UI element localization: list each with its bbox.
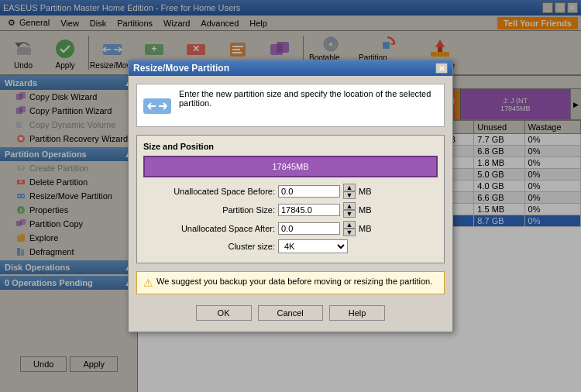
modal-titlebar: Resize/Move Partition ✕ <box>129 60 452 76</box>
partition-size-label: Partition Size: <box>143 205 275 215</box>
unit-mb-1: MB <box>359 187 372 196</box>
partition-size-up[interactable]: ▲ <box>343 202 356 210</box>
warning-icon: ⚠ <box>143 277 153 289</box>
unallocated-after-spinner: ▲ ▼ <box>343 221 356 236</box>
modal-description-text: Enter the new partition size and specify… <box>179 89 439 108</box>
unallocated-before-input[interactable] <box>278 185 340 198</box>
partition-size-down[interactable]: ▼ <box>343 210 356 218</box>
modal-cancel-button[interactable]: Cancel <box>258 305 323 321</box>
modal-overlay: Resize/Move Partition ✕ Enter the new pa… <box>0 0 581 392</box>
cluster-size-select[interactable]: 4K 8K 16K <box>278 239 348 253</box>
cluster-size-label: Cluster size: <box>143 242 275 251</box>
modal-icon <box>142 89 173 122</box>
cluster-size-row: Cluster size: 4K 8K 16K <box>143 239 438 253</box>
unallocated-before-row: Unallocated Space Before: ▲ ▼ MB <box>143 184 438 199</box>
modal-description-area: Enter the new partition size and specify… <box>136 84 445 127</box>
unallocated-after-row: Unallocated Space After: ▲ ▼ MB <box>143 221 438 236</box>
unit-mb-3: MB <box>359 224 372 233</box>
unallocated-after-label: Unallocated Space After: <box>143 224 275 233</box>
modal-partition-display[interactable]: 17845MB <box>143 156 438 177</box>
modal-ok-button[interactable]: OK <box>196 305 252 321</box>
unallocated-before-down[interactable]: ▼ <box>343 191 356 199</box>
modal-buttons: OK Cancel Help <box>136 302 445 324</box>
modal-body: Enter the new partition size and specify… <box>129 76 452 332</box>
modal-title: Resize/Move Partition <box>133 63 229 74</box>
partition-size-row: Partition Size: ▲ ▼ MB <box>143 202 438 218</box>
unallocated-after-up[interactable]: ▲ <box>343 221 356 229</box>
unallocated-before-spinner: ▲ ▼ <box>343 184 356 199</box>
group-title: Size and Position <box>143 142 438 151</box>
warning-text: We suggest you backup your data before m… <box>156 277 432 286</box>
modal-warning: ⚠ We suggest you backup your data before… <box>136 271 445 294</box>
unallocated-after-input[interactable] <box>278 222 340 235</box>
svg-rect-37 <box>143 98 171 114</box>
unallocated-before-up[interactable]: ▲ <box>343 184 356 191</box>
resize-move-dialog: Resize/Move Partition ✕ Enter the new pa… <box>128 60 453 332</box>
unallocated-before-label: Unallocated Space Before: <box>143 187 275 196</box>
modal-help-button[interactable]: Help <box>329 305 386 321</box>
size-position-group: Size and Position 17845MB Unallocated Sp… <box>136 135 445 263</box>
unallocated-after-down[interactable]: ▼ <box>343 229 356 236</box>
partition-size-spinner: ▲ ▼ <box>343 202 356 218</box>
partition-icon <box>142 89 173 120</box>
modal-close-button[interactable]: ✕ <box>435 63 448 74</box>
partition-size-input[interactable] <box>278 204 340 216</box>
unit-mb-2: MB <box>359 205 372 215</box>
